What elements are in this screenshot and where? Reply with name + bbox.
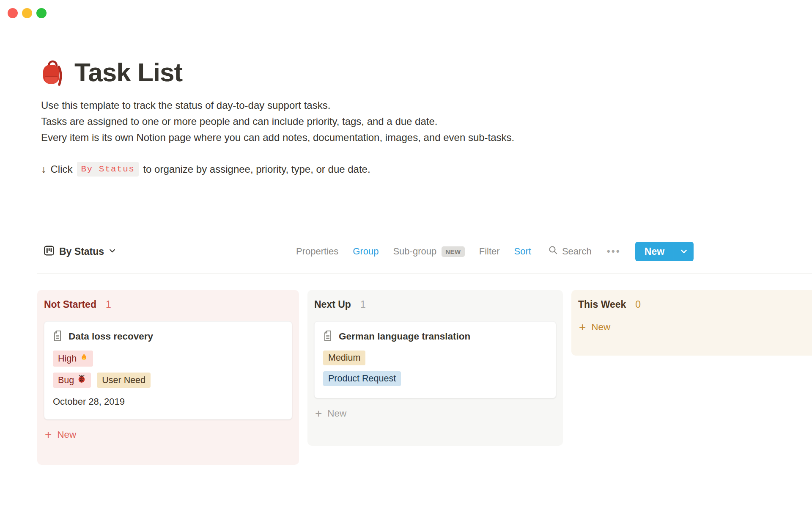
instruction-text-before: Click	[51, 163, 73, 175]
column-count: 1	[106, 299, 111, 310]
priority-tag-medium: Medium	[323, 351, 365, 365]
column-header[interactable]: Not Started 1	[44, 290, 292, 311]
page-document-icon	[323, 330, 332, 343]
board-column-this-week: This Week 0 + New	[571, 290, 812, 356]
subgroup-button[interactable]: Sub-group	[393, 246, 436, 257]
plus-icon: +	[45, 429, 52, 441]
new-feature-badge: NEW	[442, 246, 465, 257]
card-title: German language translation	[339, 331, 470, 342]
plus-icon: +	[579, 321, 586, 333]
task-card-german-language-translation[interactable]: German language translation Medium Produ…	[314, 321, 556, 398]
column-header[interactable]: This Week 0	[578, 290, 805, 311]
column-name: Next Up	[314, 299, 351, 310]
instruction-line: ↓ Click By Status to organize by assigne…	[41, 162, 370, 177]
fire-emoji-icon	[80, 353, 88, 364]
minimize-button[interactable]	[22, 8, 32, 18]
filter-button[interactable]: Filter	[479, 246, 500, 257]
ladybug-emoji-icon	[77, 375, 86, 386]
page-title: Task List	[74, 57, 182, 88]
chevron-down-icon	[109, 247, 116, 256]
column-count: 1	[360, 299, 366, 310]
new-button-dropdown[interactable]	[674, 242, 694, 261]
add-card-button-this-week[interactable]: + New	[578, 319, 805, 336]
page-document-icon	[53, 330, 62, 343]
search-label: Search	[562, 246, 592, 257]
kanban-board: Not Started 1 Data loss recovery	[0, 290, 812, 476]
backpack-emoji-icon[interactable]	[40, 59, 65, 89]
column-count: 0	[635, 299, 641, 310]
type-tag-product-request: Product Request	[323, 371, 401, 386]
board-column-next-up: Next Up 1 German language translation	[307, 290, 563, 446]
view-switcher[interactable]: By Status	[44, 241, 116, 262]
board-column-not-started: Not Started 1 Data loss recovery	[37, 290, 299, 465]
board-view-icon	[44, 245, 55, 258]
properties-button[interactable]: Properties	[296, 246, 338, 257]
more-options-button[interactable]: •••	[607, 246, 621, 257]
search-button[interactable]: Search	[548, 245, 592, 258]
description-line: Use this template to track the status of…	[41, 99, 330, 112]
search-icon	[548, 245, 558, 258]
down-arrow-icon: ↓	[41, 163, 47, 175]
column-name: Not Started	[44, 299, 96, 310]
due-date: October 28, 2019	[53, 396, 283, 407]
notion-window: Task List Use this template to track the…	[0, 0, 812, 508]
group-button[interactable]: Group	[353, 246, 379, 257]
add-card-button-next-up[interactable]: + New	[314, 405, 556, 422]
by-status-code-chip: By Status	[77, 162, 139, 177]
window-controls	[8, 8, 47, 18]
plus-icon: +	[315, 408, 322, 420]
sort-button[interactable]: Sort	[514, 246, 531, 257]
close-button[interactable]	[8, 8, 18, 18]
column-name: This Week	[578, 299, 626, 310]
new-button[interactable]: New	[635, 242, 694, 261]
view-options-toolbar: Properties Group Sub-group NEW Filter So…	[296, 241, 694, 262]
priority-tag-high: High	[53, 351, 93, 367]
task-card-data-loss-recovery[interactable]: Data loss recovery High	[44, 321, 292, 420]
column-header[interactable]: Next Up 1	[314, 290, 556, 311]
instruction-text-after: to organize by assignee, priority, type,…	[143, 163, 370, 175]
new-button-label[interactable]: New	[635, 242, 674, 261]
view-name-label: By Status	[59, 246, 104, 257]
type-tag-user-need: User Need	[97, 373, 151, 388]
type-tag-bug: Bug	[53, 373, 91, 388]
zoom-button[interactable]	[36, 8, 47, 18]
card-title: Data loss recovery	[69, 331, 153, 342]
description-line: Every item is its own Notion page where …	[41, 131, 514, 144]
toolbar-divider	[37, 273, 812, 273]
description-line: Tasks are assigned to one or more people…	[41, 115, 437, 128]
add-card-button-not-started[interactable]: + New	[44, 426, 292, 443]
